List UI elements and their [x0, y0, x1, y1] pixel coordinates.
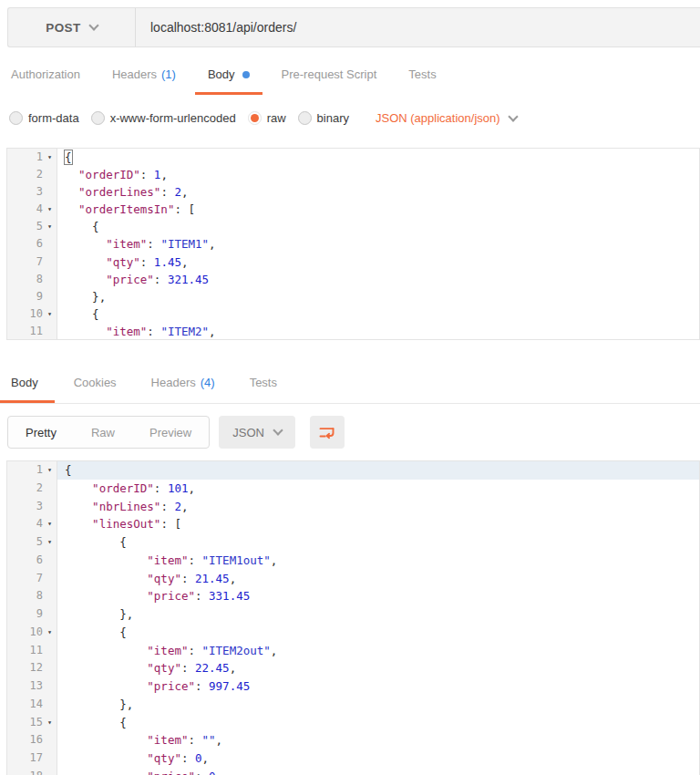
- code-text: "item": "ITEM1",: [57, 235, 699, 253]
- line-number: 2: [36, 480, 43, 498]
- line-number: 13: [30, 677, 43, 696]
- line-number: 7: [36, 253, 43, 271]
- content-type-dropdown[interactable]: JSON (application/json): [376, 111, 517, 125]
- code-line: 5▾ {: [7, 218, 699, 235]
- line-number: 17: [30, 749, 43, 768]
- gutter: 17: [7, 749, 57, 768]
- line-number: 10: [30, 624, 43, 642]
- gutter: 8: [7, 271, 57, 288]
- code-text: },: [57, 605, 699, 624]
- fold-toggle-icon[interactable]: ▾: [43, 218, 57, 235]
- body-filled-dot-icon: [242, 71, 250, 78]
- code-text: "qty": 22.45,: [57, 659, 699, 677]
- view-pretty-button[interactable]: Pretty: [8, 417, 74, 448]
- gutter: 10▾: [7, 305, 57, 323]
- gutter: 5▾: [7, 533, 57, 552]
- line-number: 5: [36, 218, 43, 235]
- radio-form-data[interactable]: form-data: [9, 111, 79, 125]
- radio-x-www-form-urlencoded[interactable]: x-www-form-urlencoded: [91, 111, 236, 125]
- code-text: "price": 997.45: [57, 677, 699, 696]
- line-number: 3: [36, 183, 43, 201]
- code-line: 11 "item": "ITEM2out",: [7, 642, 699, 660]
- code-text: "orderLines": 2,: [57, 183, 699, 201]
- line-number: 12: [30, 659, 43, 677]
- tab-headers[interactable]: Headers (1): [99, 57, 189, 95]
- code-line: 7 "qty": 1.45,: [7, 253, 699, 271]
- code-text: "item": "ITEM2",: [57, 323, 699, 340]
- code-line: 3 "nbrLines": 2,: [7, 498, 699, 516]
- line-number: 7: [36, 570, 43, 588]
- tab-body[interactable]: Body: [195, 57, 262, 95]
- fold-toggle-icon[interactable]: ▾: [43, 515, 57, 533]
- wrap-lines-button[interactable]: [310, 416, 345, 449]
- code-line: 15▾ {: [7, 714, 699, 732]
- radio-selected-icon: [248, 111, 262, 125]
- code-line: 13 "price": 997.45: [7, 677, 699, 696]
- gutter: 3: [7, 498, 57, 516]
- fold-toggle-icon[interactable]: ▾: [43, 305, 57, 323]
- line-number: 2: [36, 166, 43, 183]
- response-tab-tests[interactable]: Tests: [234, 365, 293, 403]
- code-text: {: [57, 149, 699, 166]
- radio-raw[interactable]: raw: [248, 111, 286, 125]
- view-raw-button[interactable]: Raw: [74, 417, 132, 448]
- line-number: 16: [30, 731, 43, 749]
- code-text: {: [57, 624, 699, 642]
- code-line: 1▾{: [7, 149, 699, 166]
- body-type-options: form-data x-www-form-urlencoded raw bina…: [9, 95, 700, 140]
- tab-pre-request-script[interactable]: Pre-request Script: [269, 57, 390, 95]
- code-text: {: [57, 305, 699, 323]
- code-text: {: [57, 533, 699, 552]
- chevron-down-icon: [273, 425, 283, 435]
- code-text: "qty": 0,: [57, 749, 699, 768]
- line-number: 18: [30, 768, 43, 775]
- fold-toggle-icon[interactable]: ▾: [43, 149, 57, 166]
- response-format-dropdown[interactable]: JSON: [219, 416, 295, 449]
- code-line: 6 "item": "ITEM1",: [7, 235, 699, 253]
- fold-toggle-icon[interactable]: ▾: [43, 461, 57, 480]
- tab-authorization[interactable]: Authorization: [0, 57, 93, 95]
- url-input[interactable]: localhost:8081/api/orders/: [136, 8, 700, 46]
- gutter: 18: [7, 768, 57, 775]
- fold-toggle-icon[interactable]: ▾: [43, 533, 57, 552]
- chevron-down-icon: [508, 111, 518, 121]
- gutter: 2: [7, 166, 57, 183]
- fold-toggle-icon[interactable]: ▾: [43, 201, 57, 218]
- code-line: 4▾ "orderItemsIn": [: [7, 201, 699, 218]
- line-number: 9: [36, 288, 43, 305]
- request-body-editor[interactable]: 1▾{2 "orderID": 1,3 "orderLines": 2,4▾ "…: [6, 148, 700, 340]
- code-text: {: [57, 714, 699, 732]
- request-tabs: Authorization Headers (1) Body Pre-reque…: [0, 57, 700, 95]
- gutter: 13: [7, 677, 57, 696]
- code-text: "price": 331.45: [57, 587, 699, 605]
- gutter: 4▾: [7, 201, 57, 218]
- method-selector[interactable]: POST: [8, 8, 136, 46]
- response-tabs: Body Cookies Headers (4) Tests: [0, 365, 700, 403]
- fold-toggle-icon[interactable]: ▾: [43, 714, 57, 732]
- code-line: 10▾ {: [7, 305, 699, 323]
- response-tab-body[interactable]: Body: [0, 365, 55, 403]
- response-tab-headers[interactable]: Headers (4): [136, 365, 231, 403]
- fold-toggle-icon[interactable]: ▾: [43, 624, 57, 642]
- gutter: 6: [7, 552, 57, 570]
- gutter: 1▾: [7, 461, 57, 480]
- radio-binary[interactable]: binary: [298, 111, 349, 125]
- line-number: 5: [36, 533, 43, 552]
- code-line: 6 "item": "ITEM1out",: [7, 552, 699, 570]
- response-body-viewer[interactable]: 1▾{2 "orderID": 101,3 "nbrLines": 2,4▾ "…: [6, 460, 700, 775]
- headers-count-badge: (1): [161, 67, 176, 81]
- line-number: 6: [36, 235, 43, 253]
- response-toolbar: Pretty Raw Preview JSON: [7, 416, 700, 449]
- response-tab-cookies[interactable]: Cookies: [58, 365, 132, 403]
- gutter: 7: [7, 570, 57, 588]
- chevron-down-icon: [88, 20, 98, 30]
- url-text: localhost:8081/api/orders/: [150, 20, 296, 35]
- tab-tests[interactable]: Tests: [396, 57, 448, 95]
- gutter: 12: [7, 659, 57, 677]
- line-number: 8: [36, 271, 43, 288]
- view-preview-button[interactable]: Preview: [132, 417, 209, 448]
- code-text: "linesOut": [: [57, 515, 699, 533]
- response-tabs-bar: Body Cookies Headers (4) Tests: [0, 365, 700, 404]
- line-number: 14: [30, 696, 43, 714]
- code-line: 2 "orderID": 101,: [7, 480, 699, 498]
